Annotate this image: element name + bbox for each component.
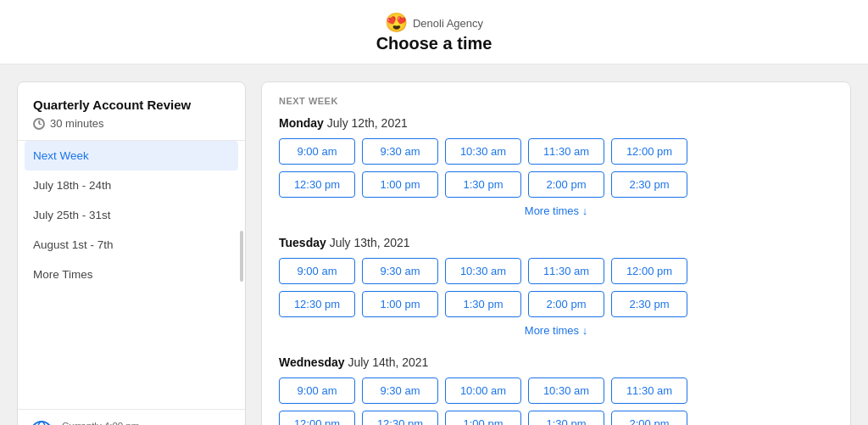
time-btn-day1-r1-0[interactable]: 9:00 am bbox=[279, 258, 355, 284]
time-btn-day0-r1-3[interactable]: 11:30 am bbox=[528, 138, 604, 165]
time-btn-day0-r2-0[interactable]: 12:30 pm bbox=[279, 171, 355, 198]
time-btn-day0-r2-2[interactable]: 1:30 pm bbox=[445, 171, 521, 198]
clock-icon bbox=[33, 118, 45, 130]
scrollbar[interactable] bbox=[240, 231, 243, 282]
time-btn-day2-r1-2[interactable]: 10:00 am bbox=[445, 377, 521, 404]
more-times-row-1: More times ↓ bbox=[279, 324, 833, 337]
time-btn-day1-r1-2[interactable]: 10:30 am bbox=[445, 258, 521, 284]
day-section-1: Tuesday July 13th, 20219:00 am9:30 am10:… bbox=[279, 236, 833, 337]
main-layout: Quarterly Account Review 30 minutes Next… bbox=[0, 64, 868, 425]
time-btn-day2-r1-4[interactable]: 11:30 am bbox=[611, 377, 687, 404]
more-times-button-1[interactable]: More times ↓ bbox=[525, 324, 587, 337]
more-times-row-0: More times ↓ bbox=[279, 204, 833, 217]
time-btn-day2-r2-1[interactable]: 12:30 pm bbox=[362, 411, 438, 425]
sidebar: Quarterly Account Review 30 minutes Next… bbox=[17, 81, 246, 425]
sidebar-nav-item-0[interactable]: Next Week bbox=[25, 141, 238, 171]
time-btn-day0-r1-0[interactable]: 9:00 am bbox=[279, 138, 355, 165]
time-btn-day0-r2-1[interactable]: 1:00 pm bbox=[362, 171, 438, 198]
time-btn-day0-r1-2[interactable]: 10:30 am bbox=[445, 138, 521, 165]
week-label: NEXT WEEK bbox=[279, 96, 833, 106]
time-btn-day0-r1-1[interactable]: 9:30 am bbox=[362, 138, 438, 165]
time-btn-day1-r2-0[interactable]: 12:30 pm bbox=[279, 291, 355, 317]
agency-emoji: 😍 bbox=[385, 12, 408, 34]
sidebar-nav-item-4[interactable]: More Times bbox=[18, 260, 245, 289]
duration-text: 30 minutes bbox=[50, 117, 104, 130]
day-section-2: Wednesday July 14th, 20219:00 am9:30 am1… bbox=[279, 355, 833, 425]
time-grid-row2-2: 12:00 pm12:30 pm1:00 pm1:30 pm2:00 pm bbox=[279, 411, 833, 425]
more-times-button-0[interactable]: More times ↓ bbox=[525, 204, 587, 217]
sidebar-nav-item-1[interactable]: July 18th - 24th bbox=[18, 171, 245, 200]
time-btn-day0-r1-4[interactable]: 12:00 pm bbox=[611, 138, 687, 165]
time-btn-day2-r2-0[interactable]: 12:00 pm bbox=[279, 411, 355, 425]
time-btn-day1-r1-1[interactable]: 9:30 am bbox=[362, 258, 438, 284]
event-duration: 30 minutes bbox=[33, 117, 230, 130]
sidebar-nav-item-2[interactable]: July 25th - 31st bbox=[18, 200, 245, 230]
time-btn-day2-r1-3[interactable]: 10:30 am bbox=[528, 377, 604, 404]
sidebar-bottom: Currently 4:00 pm America/Los Angeles Ch… bbox=[18, 409, 245, 425]
time-grid-row1-1: 9:00 am9:30 am10:30 am11:30 am12:00 pm bbox=[279, 258, 833, 284]
time-btn-day2-r2-4[interactable]: 2:00 pm bbox=[611, 411, 687, 425]
sidebar-nav: Next WeekJuly 18th - 24thJuly 25th - 31s… bbox=[18, 141, 245, 409]
time-btn-day2-r1-1[interactable]: 9:30 am bbox=[362, 377, 438, 404]
sidebar-top: Quarterly Account Review 30 minutes bbox=[18, 82, 245, 140]
agency-name: Denoli Agency bbox=[413, 17, 483, 30]
time-btn-day0-r2-4[interactable]: 2:30 pm bbox=[611, 171, 687, 198]
day-heading-2: Wednesday July 14th, 2021 bbox=[279, 355, 833, 369]
time-grid-row2-1: 12:30 pm1:00 pm1:30 pm2:00 pm2:30 pm bbox=[279, 291, 833, 317]
day-heading-1: Tuesday July 13th, 2021 bbox=[279, 236, 833, 249]
globe-icon bbox=[30, 420, 53, 425]
time-grid-row1-2: 9:00 am9:30 am10:00 am10:30 am11:30 am bbox=[279, 377, 833, 404]
content-area: NEXT WEEK Monday July 12th, 20219:00 am9… bbox=[261, 81, 851, 425]
day-heading-0: Monday July 12th, 2021 bbox=[279, 116, 833, 130]
time-btn-day2-r2-2[interactable]: 1:00 pm bbox=[445, 411, 521, 425]
timezone-info: Currently 4:00 pm America/Los Angeles bbox=[62, 421, 186, 426]
day-section-0: Monday July 12th, 20219:00 am9:30 am10:3… bbox=[279, 116, 833, 217]
time-btn-day1-r2-3[interactable]: 2:00 pm bbox=[528, 291, 604, 317]
time-btn-day2-r2-3[interactable]: 1:30 pm bbox=[528, 411, 604, 425]
time-btn-day1-r2-1[interactable]: 1:00 pm bbox=[362, 291, 438, 317]
time-btn-day1-r2-2[interactable]: 1:30 pm bbox=[445, 291, 521, 317]
timezone-current: Currently 4:00 pm bbox=[62, 421, 186, 426]
time-grid-row2-0: 12:30 pm1:00 pm1:30 pm2:00 pm2:30 pm bbox=[279, 171, 833, 198]
sidebar-nav-item-3[interactable]: August 1st - 7th bbox=[18, 230, 245, 260]
time-btn-day1-r2-4[interactable]: 2:30 pm bbox=[611, 291, 687, 317]
time-grid-row1-0: 9:00 am9:30 am10:30 am11:30 am12:00 pm bbox=[279, 138, 833, 165]
event-title: Quarterly Account Review bbox=[33, 98, 230, 112]
time-btn-day1-r1-4[interactable]: 12:00 pm bbox=[611, 258, 687, 284]
page-title: Choose a time bbox=[376, 34, 492, 53]
page-header: 😍 Denoli Agency Choose a time bbox=[0, 0, 868, 64]
days-container: Monday July 12th, 20219:00 am9:30 am10:3… bbox=[279, 116, 833, 425]
time-btn-day0-r2-3[interactable]: 2:00 pm bbox=[528, 171, 604, 198]
time-btn-day1-r1-3[interactable]: 11:30 am bbox=[528, 258, 604, 284]
agency-row: 😍 Denoli Agency bbox=[385, 12, 483, 34]
time-btn-day2-r1-0[interactable]: 9:00 am bbox=[279, 377, 355, 404]
